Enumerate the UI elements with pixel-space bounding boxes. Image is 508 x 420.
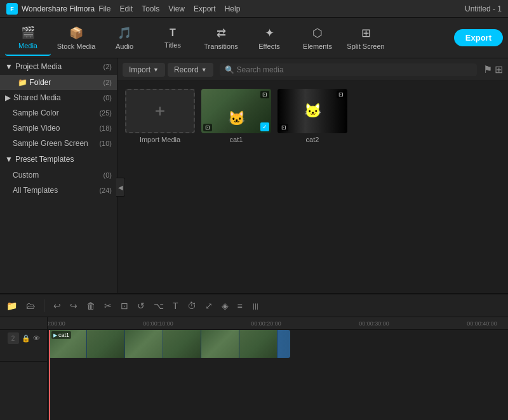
import-media-item[interactable]: + Import Media bbox=[125, 89, 195, 143]
eye-icon[interactable]: 👁 bbox=[33, 334, 40, 342]
cat2-thumb: ⊡ ⊡ bbox=[277, 89, 347, 133]
elements-label: Elements bbox=[303, 43, 332, 50]
grid-view-icon[interactable]: ⊞ bbox=[495, 63, 503, 75]
cat1-label: cat1 bbox=[230, 136, 243, 143]
sidebar-section-project-media[interactable]: ▼ Project Media (2) bbox=[0, 58, 117, 75]
sidebar-collapse-arrow[interactable]: ◀ bbox=[116, 178, 117, 197]
media-item-cat1[interactable]: ⊡ ✓ ⊡ cat1 bbox=[201, 89, 271, 143]
window-title: Untitled - 1 bbox=[465, 4, 502, 13]
sidebar-item-sample-green[interactable]: Sample Green Screen (10) bbox=[0, 136, 117, 151]
sidebar-item-all-templates[interactable]: All Templates (24) bbox=[0, 183, 117, 198]
menu-bar: File Edit Tools View Export Help bbox=[98, 4, 240, 13]
titles-label: Titles bbox=[164, 41, 181, 49]
ruler-spacer bbox=[0, 317, 47, 330]
chevron-down-icon: ▼ bbox=[5, 62, 13, 71]
timeline-folder-button[interactable]: 🗁 bbox=[23, 299, 37, 312]
shared-count: (0) bbox=[104, 94, 112, 102]
tool-transitions[interactable]: ⇄ Transitions bbox=[198, 20, 244, 56]
crop-button[interactable]: ⊡ bbox=[118, 299, 131, 312]
video-track-content[interactable]: ▶ cat1 bbox=[49, 330, 290, 358]
tool-stock-media[interactable]: 📦 Stock Media bbox=[53, 20, 99, 56]
project-media-title: ▼ Project Media bbox=[5, 62, 62, 71]
chevron-down-icon-2: ▼ bbox=[5, 155, 13, 164]
motion-button[interactable]: ↺ bbox=[135, 299, 147, 312]
fullscreen-button[interactable]: ⤢ bbox=[203, 299, 215, 312]
undo-button[interactable]: ↩ bbox=[51, 299, 64, 312]
filter-icon[interactable]: ⚑ bbox=[483, 63, 492, 75]
preset-templates-title: ▼ Preset Templates bbox=[5, 155, 74, 164]
track-number: 2 bbox=[8, 332, 19, 344]
timeline-tracks: 00:00:00:00 00:00:10:00 00:00:20:00 00:0… bbox=[48, 317, 508, 420]
sidebar-item-custom[interactable]: Custom (0) bbox=[0, 167, 117, 183]
titles-icon: T bbox=[170, 27, 176, 39]
menu-export[interactable]: Export bbox=[194, 4, 216, 13]
sidebar-item-shared-media[interactable]: ▶ Shared Media (0) bbox=[0, 90, 117, 105]
menu-view[interactable]: View bbox=[168, 4, 185, 13]
ruler-mark-3: 00:00:30:00 bbox=[359, 320, 389, 327]
frame-5 bbox=[201, 330, 239, 358]
split-label: Split Screen bbox=[347, 43, 384, 50]
menu-edit[interactable]: Edit bbox=[120, 4, 133, 13]
plus-icon: + bbox=[155, 101, 165, 121]
content-toolbar: Import ▼ Record ▼ 🔍 ⚑ ⊞ bbox=[117, 58, 508, 81]
audio-mix-button[interactable]: ≡ bbox=[235, 299, 245, 312]
toolbar-divider bbox=[44, 299, 44, 312]
sidebar-item-sample-video[interactable]: Sample Video (18) bbox=[0, 121, 117, 136]
tool-titles[interactable]: T Titles bbox=[150, 20, 196, 56]
text-button[interactable]: T bbox=[170, 299, 181, 312]
sidebar-item-sample-color[interactable]: Sample Color (25) bbox=[0, 105, 117, 121]
tool-elements[interactable]: ⬡ Elements bbox=[295, 20, 340, 56]
tool-split-screen[interactable]: ⊞ Split Screen bbox=[343, 20, 389, 56]
timeline: 📁 🗁 ↩ ↪ 🗑 ✂ ⊡ ↺ ⌥ T ⏱ ⤢ ◈ ≡ ⫼ 2 🔒 👁 bbox=[0, 293, 508, 420]
audio-icon: 🎵 bbox=[117, 26, 131, 40]
track-clip-label: ▶ cat1 bbox=[51, 331, 71, 339]
transitions-icon: ⇄ bbox=[217, 26, 226, 40]
sample-green-count: (10) bbox=[99, 140, 112, 147]
custom-count: (0) bbox=[104, 171, 112, 179]
track1-controls: 2 🔒 👁 bbox=[8, 332, 40, 344]
timeline-add-track-button[interactable]: 📁 bbox=[4, 299, 20, 312]
playhead[interactable] bbox=[49, 330, 50, 420]
tool-media[interactable]: 🎬 Media bbox=[5, 20, 51, 56]
cat1-info-icon: ⊡ bbox=[203, 124, 212, 131]
tool-effects[interactable]: ✦ Effects bbox=[246, 20, 292, 56]
menu-file[interactable]: File bbox=[98, 4, 110, 13]
record-button[interactable]: Record ▼ bbox=[168, 63, 213, 77]
timeline-content: 2 🔒 👁 00:00:00:00 00:00:10:00 00:00:20:0… bbox=[0, 317, 508, 420]
lock-icon[interactable]: 🔒 bbox=[22, 334, 30, 343]
color-button[interactable]: ◈ bbox=[219, 299, 231, 312]
stock-label: Stock Media bbox=[57, 43, 96, 50]
audio-label: Audio bbox=[116, 43, 133, 50]
track1-label-row: 2 🔒 👁 bbox=[0, 330, 47, 362]
cut-button[interactable]: ✂ bbox=[102, 299, 114, 312]
content-area: Import ▼ Record ▼ 🔍 ⚑ ⊞ + Import Media bbox=[117, 58, 508, 293]
top-bar: F Wondershare Filmora File Edit Tools Vi… bbox=[0, 0, 508, 18]
sidebar-section-preset-templates[interactable]: ▼ Preset Templates bbox=[0, 151, 117, 167]
import-thumb: + bbox=[125, 89, 195, 133]
tool-audio[interactable]: 🎵 Audio bbox=[102, 20, 147, 56]
import-button[interactable]: Import ▼ bbox=[123, 63, 165, 77]
transitions-label: Transitions bbox=[204, 43, 237, 50]
frame-6 bbox=[239, 330, 277, 358]
audio-connect-button[interactable]: ⌥ bbox=[151, 299, 166, 312]
import-label: Import bbox=[129, 65, 150, 74]
audio-eq-button[interactable]: ⫼ bbox=[249, 299, 263, 312]
redo-button[interactable]: ↪ bbox=[67, 299, 80, 312]
ruler-mark-0: 00:00:00:00 bbox=[48, 320, 65, 327]
search-input[interactable] bbox=[237, 65, 472, 74]
sidebar-item-folder[interactable]: 📁 Folder (2) bbox=[0, 75, 117, 90]
cat2-info-icon: ⊡ bbox=[279, 124, 288, 131]
export-button[interactable]: Export bbox=[454, 29, 503, 46]
project-media-count: (2) bbox=[104, 63, 112, 70]
timeline-ruler: 00:00:00:00 00:00:10:00 00:00:20:00 00:0… bbox=[48, 317, 508, 330]
frame-3 bbox=[125, 330, 163, 358]
menu-help[interactable]: Help bbox=[225, 4, 241, 13]
menu-tools[interactable]: Tools bbox=[142, 4, 159, 13]
sidebar: ▼ Project Media (2) 📁 Folder (2) ▶ Share… bbox=[0, 58, 117, 293]
speed-button[interactable]: ⏱ bbox=[185, 299, 199, 312]
elements-icon: ⬡ bbox=[312, 26, 323, 40]
search-bar: 🔍 bbox=[220, 63, 477, 76]
media-item-cat2[interactable]: ⊡ ⊡ cat2 bbox=[277, 89, 347, 143]
delete-button[interactable]: 🗑 bbox=[84, 299, 98, 312]
media-icon: 🎬 bbox=[21, 25, 35, 39]
